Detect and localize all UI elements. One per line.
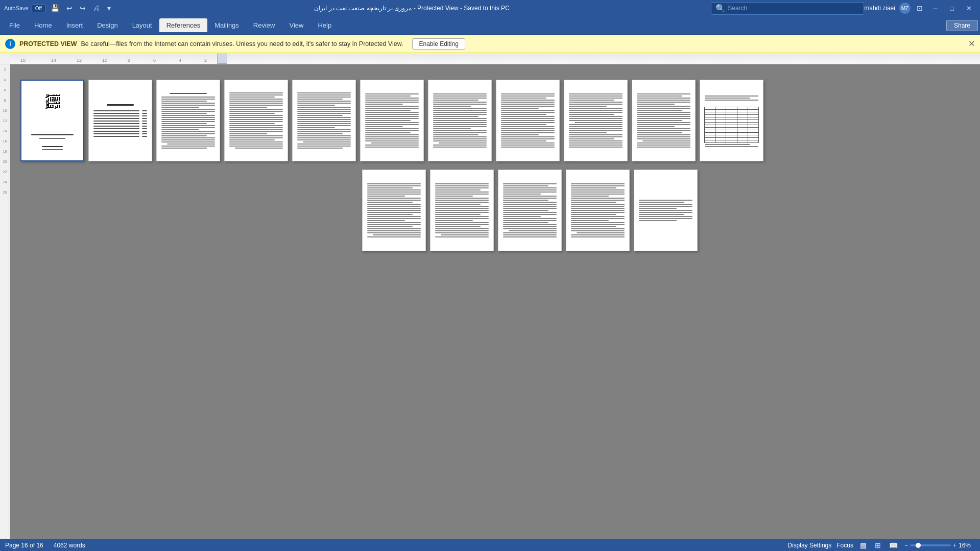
share-button[interactable]: Share: [946, 20, 978, 31]
ruler-mark-18: 18: [20, 58, 26, 63]
page-thumb-6[interactable]: [360, 80, 424, 161]
v-ruler-label: 22: [3, 166, 7, 177]
page-thumb-8[interactable]: [496, 80, 560, 161]
search-input[interactable]: [728, 5, 855, 12]
page-content-13: [431, 170, 493, 251]
page-content-9: [564, 80, 627, 161]
v-ruler-label: 4: [4, 75, 6, 85]
autosave-label: AutoSave: [4, 5, 29, 11]
page-thumb-10[interactable]: [632, 80, 696, 161]
ruler-mark-4: 4: [179, 58, 181, 63]
tab-references[interactable]: References: [159, 18, 207, 32]
ruler-horizontal: 18 14 12 10 8 6 4 2 2: [10, 54, 980, 64]
save-icon[interactable]: 💾: [49, 3, 61, 13]
print-layout-view-button[interactable]: ▤: [858, 540, 868, 550]
title-bar-right: mahdi ziaei MZ ⊡ ─ □ ✕: [864, 3, 976, 14]
ruler-mark-10: 10: [102, 58, 107, 63]
ruler-mark-6: 6: [153, 58, 156, 63]
search-icon: 🔍: [715, 4, 726, 13]
search-bar[interactable]: 🔍: [711, 2, 864, 15]
display-settings-button[interactable]: Display Settings: [787, 542, 831, 549]
page-thumb-15[interactable]: [566, 170, 630, 251]
page-thumb-1[interactable]: ﷽: [20, 80, 84, 161]
page-thumb-13[interactable]: [430, 170, 494, 251]
tab-home[interactable]: Home: [27, 18, 59, 32]
zoom-in-button[interactable]: +: [953, 542, 957, 549]
tab-view[interactable]: View: [282, 18, 310, 32]
protected-message: Be careful—files from the Internet can c…: [81, 40, 403, 47]
tab-mailings[interactable]: Mailings: [207, 18, 246, 32]
zoom-slider[interactable]: [910, 544, 951, 546]
page-content-14: [498, 170, 561, 251]
v-ruler-label: 6: [4, 85, 6, 95]
autosave-toggle[interactable]: Off: [32, 5, 45, 12]
focus-button[interactable]: Focus: [836, 542, 853, 549]
page-content-3: [157, 80, 220, 161]
pages-grid: ﷽: [20, 80, 970, 251]
protected-label: PROTECTED VIEW: [19, 40, 77, 47]
title-bar: AutoSave Off 💾 ↩ ↪ 🖨 ▾ مروری بر تاریخچه …: [0, 0, 980, 16]
page-thumb-12[interactable]: [362, 170, 426, 251]
page-thumb-14[interactable]: [498, 170, 562, 251]
tab-review[interactable]: Review: [246, 18, 282, 32]
document-canvas[interactable]: ﷽: [10, 64, 980, 539]
minimize-button[interactable]: ─: [929, 5, 942, 12]
page-thumb-16[interactable]: [634, 170, 698, 251]
page-content-8: [496, 80, 559, 161]
main-area: 2 4 6 8 10 12 14 16 18 20 22 24 26 ﷽: [0, 64, 980, 539]
v-ruler-label: 2: [4, 64, 6, 75]
v-ruler-marks: 2 4 6 8 10 12 14 16 18 20 22 24 26: [0, 64, 10, 197]
tab-help[interactable]: Help: [310, 18, 339, 32]
page-thumb-3[interactable]: [156, 80, 220, 161]
zoom-controls: − + 16%: [904, 542, 975, 549]
v-ruler-label: 10: [3, 105, 7, 115]
ribbon-display-icon[interactable]: ⊡: [915, 3, 925, 13]
v-ruler-label: 26: [3, 187, 7, 197]
page-thumb-9[interactable]: [564, 80, 628, 161]
close-button[interactable]: ✕: [962, 5, 976, 12]
ruler-mark-12: 12: [77, 58, 82, 63]
page-thumb-2[interactable]: [88, 80, 152, 161]
enable-editing-button[interactable]: Enable Editing: [412, 38, 465, 50]
mini-table: [704, 107, 759, 143]
tab-file[interactable]: File: [2, 18, 27, 32]
user-avatar[interactable]: MZ: [899, 3, 911, 14]
page-content-7: [428, 80, 491, 161]
title-bar-left: AutoSave Off 💾 ↩ ↪ 🖨 ▾: [4, 3, 113, 13]
ruler-mark-2: 2: [204, 58, 207, 63]
ruler-mark-8: 8: [128, 58, 130, 63]
v-ruler-label: 12: [3, 115, 7, 126]
web-layout-view-button[interactable]: ⊞: [873, 540, 882, 550]
redo-icon[interactable]: ↪: [78, 3, 88, 13]
ruler-cursor[interactable]: [217, 54, 227, 64]
customize-icon[interactable]: ▾: [105, 3, 113, 13]
protected-icon: i: [5, 39, 15, 49]
zoom-level: 16%: [959, 542, 975, 549]
tab-design[interactable]: Design: [90, 18, 125, 32]
zoom-out-button[interactable]: −: [904, 542, 908, 549]
tab-layout[interactable]: Layout: [125, 18, 159, 32]
page-thumb-11[interactable]: [700, 80, 763, 161]
page-status: Page 16 of 16: [5, 542, 43, 549]
page-thumb-4[interactable]: [224, 80, 288, 161]
print-icon[interactable]: 🖨: [91, 3, 102, 13]
vertical-ruler: 2 4 6 8 10 12 14 16 18 20 22 24 26: [0, 64, 10, 539]
cover-emblem: ﷽: [45, 93, 60, 110]
read-mode-view-button[interactable]: 📖: [888, 540, 899, 550]
maximize-button[interactable]: □: [946, 5, 958, 12]
horizontal-ruler: 18 14 12 10 8 6 4 2 2: [0, 53, 980, 64]
page-thumb-5[interactable]: [292, 80, 356, 161]
v-ruler-label: 18: [3, 146, 7, 156]
close-banner-button[interactable]: ✕: [968, 39, 975, 49]
v-ruler-label: 8: [4, 95, 6, 105]
tab-insert[interactable]: Insert: [59, 18, 90, 32]
page-content-15: [566, 170, 629, 251]
document-title: مروری بر تاریخچه صنعت نفت در ایران - Pro…: [113, 5, 711, 12]
v-ruler-label: 20: [3, 156, 7, 166]
page-thumb-7[interactable]: [428, 80, 492, 161]
v-ruler-label: 16: [3, 136, 7, 146]
undo-icon[interactable]: ↩: [64, 3, 75, 13]
page-content-1: ﷽: [21, 81, 83, 160]
page-content-16: [634, 170, 697, 251]
page-content-12: [363, 170, 425, 251]
